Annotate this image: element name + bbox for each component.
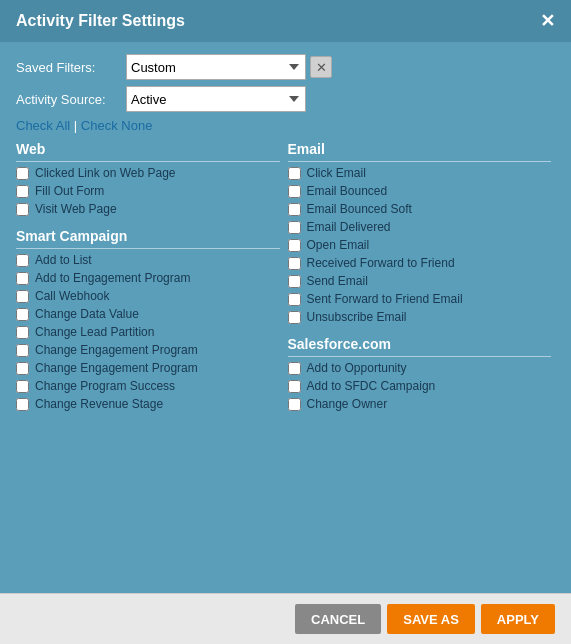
check-all-link[interactable]: Check All — [16, 118, 70, 133]
sc-add-engagement-checkbox[interactable] — [16, 272, 29, 285]
sc-change-revenue-stage-checkbox[interactable] — [16, 398, 29, 411]
received-forward-checkbox[interactable] — [288, 257, 301, 270]
web-clicked-link-checkbox[interactable] — [16, 167, 29, 180]
activity-source-select-wrap: Active All Inactive — [126, 86, 306, 112]
web-clicked-link-label[interactable]: Clicked Link on Web Page — [35, 166, 176, 180]
smart-campaign-section-title: Smart Campaign — [16, 228, 280, 249]
email-delivered-label[interactable]: Email Delivered — [307, 220, 391, 234]
list-item: Change Revenue Stage — [16, 397, 280, 411]
save-as-button[interactable]: SAVE AS — [387, 604, 475, 634]
salesforce-section-title: Salesforce.com — [288, 336, 552, 357]
sf-change-owner-checkbox[interactable] — [288, 398, 301, 411]
list-item: Change Owner — [288, 397, 552, 411]
close-button[interactable]: ✕ — [540, 12, 555, 30]
check-none-link[interactable]: Check None — [81, 118, 153, 133]
dialog-header: Activity Filter Settings ✕ — [0, 0, 571, 42]
list-item: Add to SFDC Campaign — [288, 379, 552, 393]
list-item: Visit Web Page — [16, 202, 280, 216]
email-bounced-soft-checkbox[interactable] — [288, 203, 301, 216]
list-item: Add to List — [16, 253, 280, 267]
list-item: Received Forward to Friend — [288, 256, 552, 270]
sc-change-program-success-label[interactable]: Change Program Success — [35, 379, 175, 393]
unsubscribe-email-label[interactable]: Unsubscribe Email — [307, 310, 407, 324]
activity-source-row: Activity Source: Active All Inactive — [16, 86, 555, 112]
list-item: Change Data Value — [16, 307, 280, 321]
scroll-area[interactable]: Web Clicked Link on Web Page Fill Out Fo… — [16, 141, 555, 593]
sent-forward-checkbox[interactable] — [288, 293, 301, 306]
email-click-email-label[interactable]: Click Email — [307, 166, 366, 180]
sc-change-program-success-checkbox[interactable] — [16, 380, 29, 393]
list-item: Change Engagement Program — [16, 343, 280, 357]
email-click-email-checkbox[interactable] — [288, 167, 301, 180]
open-email-checkbox[interactable] — [288, 239, 301, 252]
scroll-area-wrapper: Web Clicked Link on Web Page Fill Out Fo… — [16, 141, 555, 593]
activity-source-label: Activity Source: — [16, 92, 126, 107]
list-item: Click Email — [288, 166, 552, 180]
web-visit-web-page-label[interactable]: Visit Web Page — [35, 202, 117, 216]
saved-filters-select[interactable]: Custom Active — [126, 54, 306, 80]
web-visit-web-page-checkbox[interactable] — [16, 203, 29, 216]
dialog-body: Saved Filters: Custom Active ✕ Activity … — [0, 42, 571, 593]
list-item: Add to Opportunity — [288, 361, 552, 375]
email-bounced-soft-label[interactable]: Email Bounced Soft — [307, 202, 412, 216]
received-forward-label[interactable]: Received Forward to Friend — [307, 256, 455, 270]
open-email-label[interactable]: Open Email — [307, 238, 370, 252]
list-item: Email Bounced Soft — [288, 202, 552, 216]
list-item: Email Delivered — [288, 220, 552, 234]
email-bounced-checkbox[interactable] — [288, 185, 301, 198]
sc-call-webhook-checkbox[interactable] — [16, 290, 29, 303]
sc-change-data-value-checkbox[interactable] — [16, 308, 29, 321]
dialog-title: Activity Filter Settings — [16, 12, 185, 30]
sc-change-data-value-label[interactable]: Change Data Value — [35, 307, 139, 321]
sc-change-lead-partition-label[interactable]: Change Lead Partition — [35, 325, 154, 339]
list-item: Send Email — [288, 274, 552, 288]
sc-change-engagement-program-1-label[interactable]: Change Engagement Program — [35, 343, 198, 357]
list-item: Change Engagement Program — [16, 361, 280, 375]
list-item: Fill Out Form — [16, 184, 280, 198]
cancel-button[interactable]: CANCEL — [295, 604, 381, 634]
saved-filters-row: Saved Filters: Custom Active ✕ — [16, 54, 555, 80]
web-section-title: Web — [16, 141, 280, 162]
email-section-title: Email — [288, 141, 552, 162]
sc-change-lead-partition-checkbox[interactable] — [16, 326, 29, 339]
sc-add-to-list-checkbox[interactable] — [16, 254, 29, 267]
saved-filters-select-wrap: Custom Active ✕ — [126, 54, 332, 80]
apply-button[interactable]: APPLY — [481, 604, 555, 634]
sc-add-engagement-label[interactable]: Add to Engagement Program — [35, 271, 190, 285]
send-email-checkbox[interactable] — [288, 275, 301, 288]
send-email-label[interactable]: Send Email — [307, 274, 368, 288]
divider: | — [74, 118, 77, 133]
sf-add-opportunity-checkbox[interactable] — [288, 362, 301, 375]
sf-add-opportunity-label[interactable]: Add to Opportunity — [307, 361, 407, 375]
list-item: Change Lead Partition — [16, 325, 280, 339]
list-item: Call Webhook — [16, 289, 280, 303]
right-column: Email Click Email Email Bounced Email Bo… — [288, 141, 552, 423]
unsubscribe-email-checkbox[interactable] — [288, 311, 301, 324]
web-fill-out-form-checkbox[interactable] — [16, 185, 29, 198]
sc-call-webhook-label[interactable]: Call Webhook — [35, 289, 109, 303]
sc-change-engagement-program-2-label[interactable]: Change Engagement Program — [35, 361, 198, 375]
activity-filter-dialog: Activity Filter Settings ✕ Saved Filters… — [0, 0, 571, 644]
clear-saved-filter-button[interactable]: ✕ — [310, 56, 332, 78]
list-item: Email Bounced — [288, 184, 552, 198]
dialog-footer: CANCEL SAVE AS APPLY — [0, 593, 571, 644]
list-item: Clicked Link on Web Page — [16, 166, 280, 180]
web-fill-out-form-label[interactable]: Fill Out Form — [35, 184, 104, 198]
saved-filters-label: Saved Filters: — [16, 60, 126, 75]
check-links-row: Check All | Check None — [16, 118, 555, 133]
email-bounced-label[interactable]: Email Bounced — [307, 184, 388, 198]
sc-add-to-list-label[interactable]: Add to List — [35, 253, 92, 267]
list-item: Add to Engagement Program — [16, 271, 280, 285]
sf-add-sfdc-campaign-checkbox[interactable] — [288, 380, 301, 393]
sf-change-owner-label[interactable]: Change Owner — [307, 397, 388, 411]
sf-add-sfdc-campaign-label[interactable]: Add to SFDC Campaign — [307, 379, 436, 393]
sc-change-engagement-program-1-checkbox[interactable] — [16, 344, 29, 357]
activity-source-select[interactable]: Active All Inactive — [126, 86, 306, 112]
email-delivered-checkbox[interactable] — [288, 221, 301, 234]
sc-change-engagement-program-2-checkbox[interactable] — [16, 362, 29, 375]
left-column: Web Clicked Link on Web Page Fill Out Fo… — [16, 141, 280, 423]
sc-change-revenue-stage-label[interactable]: Change Revenue Stage — [35, 397, 163, 411]
list-item: Unsubscribe Email — [288, 310, 552, 324]
sent-forward-label[interactable]: Sent Forward to Friend Email — [307, 292, 463, 306]
list-item: Open Email — [288, 238, 552, 252]
